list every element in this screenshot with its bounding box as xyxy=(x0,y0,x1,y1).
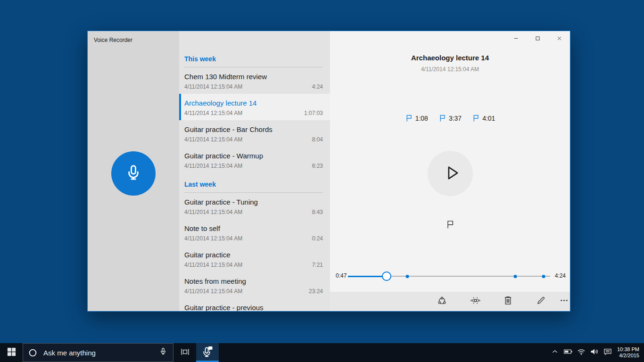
flag-icon xyxy=(438,114,446,122)
more-icon xyxy=(559,295,570,308)
item-title: Guitar practice xyxy=(184,250,323,260)
windows-logo-icon xyxy=(7,347,17,359)
volume-tray-button[interactable] xyxy=(588,343,601,362)
item-title: Guitar practice - Tuning xyxy=(184,197,323,207)
delete-button[interactable] xyxy=(497,292,518,311)
close-button[interactable] xyxy=(548,31,570,47)
item-duration: 8:43 xyxy=(312,208,323,216)
item-duration: 8:04 xyxy=(312,136,323,143)
recordings-list: This week Chem 130 Midterm review 4/11/2… xyxy=(179,31,330,311)
search-placeholder: Ask me anything xyxy=(43,349,96,357)
item-duration: 23:24 xyxy=(309,288,323,295)
share-icon xyxy=(437,295,447,308)
item-datetime: 4/11/2014 12:15:04 AM xyxy=(184,136,242,143)
desktop: { "window": { "title": "Voice Recorder",… xyxy=(0,0,644,362)
battery-icon xyxy=(563,347,573,358)
list-item[interactable]: Archaeology lecture 14 4/11/2014 12:15:0… xyxy=(179,94,330,120)
playback-slider: 0:47 4:24 xyxy=(330,269,570,284)
minimize-icon xyxy=(512,34,520,44)
item-duration: 6:23 xyxy=(312,162,323,170)
add-flag-button[interactable] xyxy=(441,216,460,235)
slider-thumb[interactable] xyxy=(382,272,391,281)
item-duration: 4:24 xyxy=(312,83,323,90)
list-item[interactable]: Notes from meeting 4/11/2014 12:15:04 AM… xyxy=(179,272,330,298)
list-item[interactable]: Guitar practice - Warmup 4/11/2014 12:15… xyxy=(179,147,330,173)
taskbar-voice-recorder-button[interactable] xyxy=(196,343,219,362)
start-button[interactable] xyxy=(0,343,23,362)
clock-time: 10:38 PM xyxy=(617,346,639,353)
task-view-icon xyxy=(180,347,190,359)
rename-button[interactable] xyxy=(530,292,551,311)
item-title: Guitar practice - previous xyxy=(184,303,323,311)
flag-icon xyxy=(472,114,480,122)
play-icon xyxy=(439,163,462,184)
slider-track[interactable] xyxy=(348,272,550,281)
timeline-flag-dot[interactable] xyxy=(542,275,545,278)
item-datetime: 4/11/2014 12:15:04 AM xyxy=(184,162,242,170)
flag-marker[interactable]: 3:37 xyxy=(438,114,462,122)
maximize-button[interactable] xyxy=(527,31,548,47)
search-mic-icon[interactable] xyxy=(159,347,167,358)
record-button[interactable] xyxy=(111,151,156,196)
flag-icon xyxy=(446,220,455,231)
flag-marker[interactable]: 1:08 xyxy=(405,114,428,122)
battery-tray-button[interactable] xyxy=(561,343,575,362)
list-item[interactable]: Chem 130 Midterm review 4/11/2014 12:15:… xyxy=(179,67,330,94)
item-title: Notes from meeting xyxy=(184,277,323,286)
action-center-button[interactable] xyxy=(601,343,614,362)
list-item[interactable]: Guitar practice - Bar Chords 4/11/2014 1… xyxy=(179,120,330,147)
clock-date: 4/2/2015 xyxy=(617,353,639,359)
delete-icon xyxy=(503,295,513,308)
network-tray-button[interactable] xyxy=(575,343,588,362)
flag-marker[interactable]: 4:01 xyxy=(472,114,495,122)
flag-icon xyxy=(405,114,413,122)
item-datetime: 4/11/2014 12:15:04 AM xyxy=(184,235,242,242)
voice-recorder-app-icon xyxy=(202,346,213,359)
task-view-button[interactable] xyxy=(173,343,196,362)
trim-icon xyxy=(470,295,481,308)
list-item[interactable]: Guitar practice - previous xyxy=(179,298,330,311)
trim-button[interactable] xyxy=(465,292,486,311)
cortana-icon xyxy=(28,348,37,357)
window-title: Voice Recorder xyxy=(94,37,132,43)
action-center-icon xyxy=(603,347,612,358)
flag-time: 3:37 xyxy=(449,115,462,122)
item-title: Guitar practice - Bar Chords xyxy=(184,125,323,134)
play-button[interactable] xyxy=(428,151,473,196)
timeline-flag-dot[interactable] xyxy=(514,275,517,278)
rename-icon xyxy=(536,295,546,308)
timeline-flag-dot[interactable] xyxy=(405,275,409,278)
minimize-button[interactable] xyxy=(505,31,527,47)
show-hidden-icons-button[interactable] xyxy=(548,343,561,362)
microphone-icon xyxy=(125,164,142,183)
flag-markers-row: 1:08 3:37 4:01 xyxy=(330,114,570,122)
list-item[interactable]: Guitar practice - Tuning 4/11/2014 12:15… xyxy=(179,193,330,219)
recording-datetime: 4/11/2014 12:15:04 AM xyxy=(330,66,570,73)
more-button[interactable] xyxy=(553,292,574,311)
item-datetime: 4/11/2014 12:15:04 AM xyxy=(184,208,242,216)
item-title: Note to self xyxy=(184,224,323,233)
recording-title: Archaeology lecture 14 xyxy=(330,54,570,62)
wifi-icon xyxy=(577,347,586,358)
item-datetime: 4/11/2014 12:15:04 AM xyxy=(184,288,242,295)
share-button[interactable] xyxy=(431,292,452,311)
item-duration: 7:21 xyxy=(312,261,323,269)
item-duration: 0:24 xyxy=(312,235,323,242)
detail-panel: Archaeology lecture 14 4/11/2014 12:15:0… xyxy=(330,31,570,311)
flag-time: 4:01 xyxy=(482,115,495,122)
section-label: Last week xyxy=(184,180,323,193)
list-item[interactable]: Note to self 4/11/2014 12:15:04 AM 0:24 xyxy=(179,219,330,246)
close-icon xyxy=(555,34,563,44)
flag-time: 1:08 xyxy=(415,115,428,122)
search-input[interactable]: Ask me anything xyxy=(23,343,173,362)
caption-buttons xyxy=(505,31,570,47)
sidebar: Voice Recorder xyxy=(88,31,179,311)
taskbar-clock[interactable]: 10:38 PM 4/2/2015 xyxy=(617,346,639,359)
list-item[interactable]: Guitar practice 4/11/2014 12:15:04 AM 7:… xyxy=(179,246,330,272)
speaker-icon xyxy=(590,347,599,358)
item-datetime: 4/11/2014 12:15:04 AM xyxy=(184,109,242,117)
item-title: Chem 130 Midterm review xyxy=(184,72,323,82)
system-tray xyxy=(548,343,614,362)
chevron-up-icon xyxy=(550,347,560,358)
taskbar-spacer xyxy=(219,343,548,362)
